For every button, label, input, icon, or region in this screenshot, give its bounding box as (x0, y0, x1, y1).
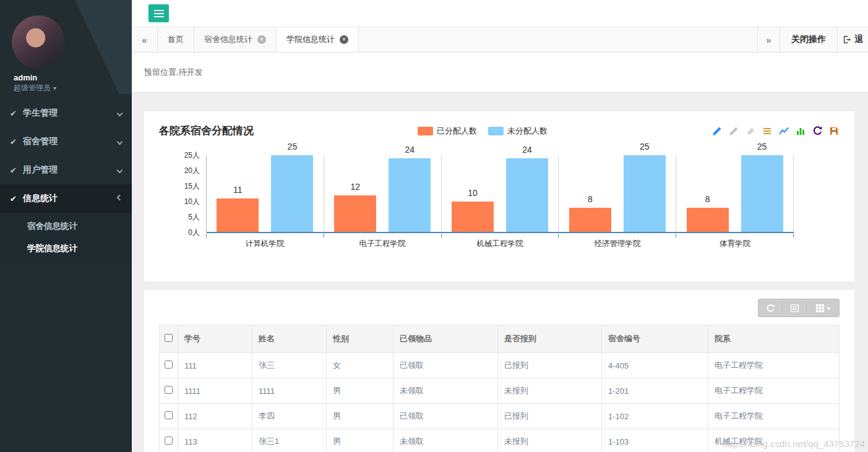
sidebar-item-label: 宿舍管理 (23, 136, 118, 147)
chart-area: 25人20人15人10人5人0人 112512241024825825 计算机学… (159, 155, 840, 249)
col-header-宿舍编号[interactable]: 宿舍编号 (602, 325, 708, 353)
breadcrumb-strip: 预留位置,待开发 (132, 53, 868, 93)
row-checkbox[interactable] (165, 437, 173, 445)
x-axis: 计算机学院电子工程学院机械工程学院经济管理学院体育学院 (206, 239, 794, 249)
col-header-学号[interactable]: 学号 (178, 325, 252, 353)
y-axis-label: 15人 (184, 181, 200, 192)
check-icon: ✔ (10, 166, 17, 175)
table-cell: 1-102 (602, 404, 708, 429)
check-icon: ✔ (10, 137, 17, 147)
sidebar-subitem-宿舍信息统计[interactable]: 宿舍信息统计 (0, 215, 132, 237)
bar-已分配人数[interactable]: 11 (217, 198, 259, 232)
avatar[interactable] (12, 15, 65, 69)
sidebar-item-宿舍管理[interactable]: ✔ 宿舍管理 (0, 127, 132, 156)
scroll-tabs-left-icon[interactable]: « (132, 27, 158, 52)
restore-refresh-icon[interactable] (812, 126, 823, 137)
row-checkbox[interactable] (165, 411, 173, 419)
hamburger-menu-button[interactable] (148, 4, 169, 22)
table-cell: 张三 (252, 353, 327, 378)
tab-学院信息统计[interactable]: 学院信息统计 × (277, 27, 359, 52)
col-header-是否报到[interactable]: 是否报到 (498, 325, 602, 353)
line-chart-icon[interactable] (778, 126, 789, 137)
breadcrumb: 预留位置,待开发 (144, 67, 203, 78)
tabbar-right: » 关闭操作 退 (757, 27, 868, 52)
check-icon: ✔ (10, 194, 17, 203)
col-header-院系[interactable]: 院系 (708, 325, 840, 353)
tab-bar: « 首页 宿舍信息统计 × 学院信息统计 × » 关闭操作 退 (132, 27, 868, 53)
y-axis-label: 0人 (188, 228, 200, 238)
tab-close-icon[interactable]: × (340, 35, 348, 44)
table-toolbar-button-group: ▾ (758, 299, 840, 317)
legend-item-已分配人数[interactable]: 已分配人数 (418, 126, 477, 137)
row-checkbox[interactable] (165, 360, 173, 369)
sidebar: admin 超级管理员▾ ✔ 学生管理 ✔ 宿舍管理 ✔ 用户管理 ✔ 信息统计… (0, 0, 132, 452)
username: admin (14, 73, 37, 82)
table-cell: 未报到 (498, 429, 602, 452)
mark-clear-eraser-icon[interactable] (745, 126, 756, 137)
bar-未分配人数[interactable]: 25 (271, 155, 313, 232)
tab-label: 学院信息统计 (286, 34, 335, 45)
bar-已分配人数[interactable]: 8 (687, 208, 729, 232)
bar-value-label: 25 (288, 142, 298, 151)
tabs: 首页 宿舍信息统计 × 学院信息统计 × (158, 27, 359, 52)
plot-wrap: 112512241024825825 计算机学院电子工程学院机械工程学院经济管理… (206, 155, 794, 249)
table-row: 112李四男已领取已报到1-102电子工程学院 (160, 404, 840, 429)
y-axis: 25人20人15人10人5人0人 (159, 155, 206, 232)
user-role[interactable]: 超级管理员▾ (14, 83, 56, 93)
table-body: 111张三女已领取已报到4-405电子工程学院11111111男未领取未报到1-… (160, 353, 840, 452)
refresh-button[interactable] (758, 299, 783, 317)
caret-down-icon: ▾ (53, 85, 56, 92)
legend-label: 已分配人数 (437, 126, 477, 137)
row-checkbox[interactable] (165, 386, 173, 394)
tab-宿舍信息统计[interactable]: 宿舍信息统计 × (194, 27, 277, 52)
mark-pencil-icon[interactable] (711, 126, 723, 137)
col-header-已领物品[interactable]: 已领物品 (393, 325, 498, 353)
col-header-性别[interactable]: 性别 (327, 325, 393, 353)
sidebar-item-信息统计[interactable]: ✔ 信息统计 (0, 184, 132, 213)
logout-button[interactable]: 退 (837, 27, 868, 52)
y-axis-label: 10人 (184, 197, 200, 207)
bar-未分配人数[interactable]: 25 (741, 155, 783, 232)
detail-view-button[interactable] (782, 299, 807, 317)
columns-button[interactable]: ▾ (806, 299, 840, 317)
sidebar-item-label: 学生管理 (23, 108, 118, 119)
col-header-姓名[interactable]: 姓名 (252, 325, 327, 353)
legend-swatch (488, 127, 504, 135)
table-cell: 男 (327, 429, 393, 452)
bar-已分配人数[interactable]: 10 (452, 202, 494, 232)
bar-value-label: 11 (233, 185, 243, 195)
sidebar-item-用户管理[interactable]: ✔ 用户管理 (0, 156, 132, 184)
save-image-icon[interactable] (828, 126, 840, 137)
legend-label: 未分配人数 (507, 126, 548, 137)
data-view-icon[interactable] (762, 126, 773, 137)
tab-首页[interactable]: 首页 (158, 27, 194, 52)
sidebar-item-label: 用户管理 (23, 164, 118, 176)
close-operations-button[interactable]: 关闭操作 (780, 27, 837, 52)
chart-group-计算机学院: 1125 (207, 155, 324, 232)
legend-item-未分配人数[interactable]: 未分配人数 (488, 126, 548, 137)
table-cell: 113 (178, 429, 252, 452)
bar-未分配人数[interactable]: 25 (624, 155, 666, 232)
scroll-tabs-right-icon[interactable]: » (757, 27, 780, 52)
select-all-checkbox[interactable] (165, 334, 173, 342)
bar-已分配人数[interactable]: 12 (334, 195, 376, 232)
bar-value-label: 25 (640, 142, 650, 151)
bar-已分配人数[interactable]: 8 (569, 208, 611, 232)
mark-undo-pencil-icon[interactable] (728, 126, 739, 137)
sidebar-submenu: 宿舍信息统计学院信息统计 (0, 213, 132, 265)
table-cell: 电子工程学院 (708, 378, 840, 404)
table-cell: 1-103 (602, 429, 708, 452)
sidebar-subitem-学院信息统计[interactable]: 学院信息统计 (0, 237, 132, 260)
table-cell: 1111 (178, 378, 252, 404)
y-axis-label: 5人 (188, 212, 200, 223)
tab-close-icon[interactable]: × (257, 35, 266, 44)
detail-list-icon (790, 304, 799, 313)
table-cell: 已领取 (393, 404, 498, 429)
profile-panel: admin 超级管理员▾ (0, 0, 132, 94)
bar-未分配人数[interactable]: 24 (389, 158, 431, 232)
hamburger-icon (154, 10, 164, 17)
bar-未分配人数[interactable]: 24 (506, 158, 548, 232)
logout-icon (843, 35, 851, 44)
sidebar-item-学生管理[interactable]: ✔ 学生管理 (0, 99, 132, 127)
bar-chart-icon[interactable] (795, 126, 806, 137)
